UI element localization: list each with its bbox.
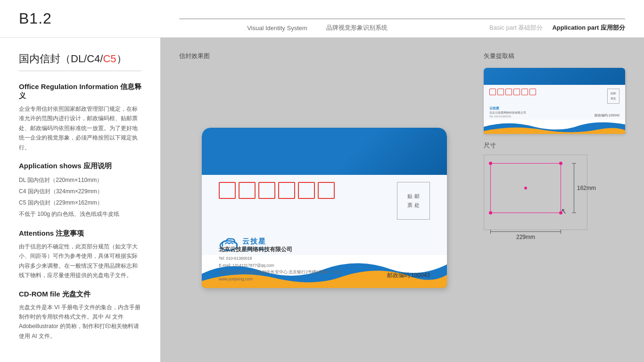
envelope-section: 信封效果图: [179, 52, 470, 348]
header-center-nav: Visual Identity System 品牌视觉形象识别系统: [179, 18, 455, 37]
postal-box-6: [318, 182, 335, 199]
company-details: Tel: 010-61360018 E-mail: 13141317877@qq…: [219, 255, 340, 282]
sp-box-5: [521, 89, 528, 95]
dim-bottom-line-container: 229mm: [490, 231, 561, 240]
nav-vis-cn: 品牌视觉形象识别系统: [326, 24, 388, 32]
envelope-label: 信封效果图: [179, 52, 470, 60]
section2-list: DL 国内信封（220mm×110mm） C4 国内信封（324mm×229mm…: [19, 174, 141, 220]
sp-box-6: [529, 89, 536, 95]
dim-height-label: 162mm: [577, 185, 596, 191]
section2-title: Application shows 应用说明: [19, 162, 141, 171]
company-name: 北京云技星网络科技有限公司: [219, 246, 340, 254]
small-logo-cn: 云技星: [489, 106, 526, 111]
envelope-top-bar: [202, 128, 447, 175]
nav-basic: Basic part 基础部分: [489, 24, 543, 32]
stamp-area: 贴 邮 票 处: [397, 182, 430, 220]
vector-section: 矢量提取稿: [484, 52, 625, 134]
small-company-info: 云技星 北京云技星网络科技有限公司 Tel: 010-61360018: [489, 106, 526, 118]
list-item-dl: DL 国内信封（220mm×110mm）: [19, 174, 141, 186]
dimension-diagram: ↖ 162mm: [484, 155, 606, 249]
subtitle-text: 国内信封（DL/C4/: [19, 53, 103, 65]
dim-arrow-bottom: [572, 213, 576, 213]
section3-title: Attentions 注意事项: [19, 229, 141, 238]
logo-cn: 云技星: [242, 237, 266, 246]
dim-bottom-line: [490, 231, 561, 232]
header-left: B1.2: [19, 10, 179, 27]
section1-title: Office Regulation Information 信息释义: [19, 82, 141, 100]
section1-body: 企业专用信封依照国家邮政管理部门规定，在标准允许的范围内进行设计，邮政编码框、贴…: [19, 104, 141, 152]
dim-bl-right: [561, 230, 561, 234]
content-area: 信封效果图: [179, 52, 625, 348]
nav-application: Application part 应用部分: [552, 24, 625, 32]
stamp-line2: 票 处: [407, 202, 419, 209]
subtitle-end: ）: [116, 53, 127, 65]
left-panel: 国内信封（DL/C4/C5） Office Regulation Informa…: [0, 38, 160, 362]
company-info: 北京云技星网络科技有限公司 Tel: 010-61360018 E-mail: …: [219, 246, 340, 282]
corner-tr: [559, 162, 562, 165]
main: 国内信封（DL/C4/C5） Office Regulation Informa…: [0, 38, 644, 362]
section3-body: 由于信息的不确定性，此页部分规范（如文字大小、间距等）可作为参考使用，具体可根据…: [19, 242, 141, 280]
small-env-top: [484, 68, 625, 85]
postal-code-boxes: [219, 182, 335, 199]
small-stamp: 贴邮 票处: [607, 89, 619, 104]
corner-bl: [489, 211, 492, 214]
postal-box-2: [239, 182, 256, 199]
dim-right-line-container: 162mm: [574, 163, 596, 213]
right-sub: 矢量提取稿: [484, 52, 625, 348]
postal-box-3: [258, 182, 275, 199]
header: B1.2 Visual Identity System 品牌视觉形象识别系统 B…: [0, 0, 644, 38]
small-envelope: 贴邮 票处 云技星 北京云技星网络科技有限公司 Tel: 010-6136001…: [484, 68, 625, 134]
postal-box-4: [278, 182, 295, 199]
envelope-mockup: 贴 邮 票 处: [202, 128, 447, 288]
vector-label: 矢量提取稿: [484, 52, 625, 60]
dim-bl-left: [490, 230, 491, 234]
dim-width-label: 229mm: [516, 234, 535, 240]
sp-box-4: [513, 89, 520, 95]
nav-vis-en: Visual Identity System: [247, 25, 307, 32]
small-postal-boxes: [489, 89, 536, 95]
dim-right-line: [574, 163, 574, 213]
sp-box-2: [497, 89, 504, 95]
center-dot: [524, 187, 527, 189]
small-postal-label: 邮政编码:100043: [594, 113, 619, 118]
tel: Tel: 010-61360018: [219, 256, 252, 261]
header-right-nav: Basic part 基础部分 Application part 应用部分: [455, 18, 625, 37]
dim-arrow-top: [572, 163, 576, 164]
dimensions-section: 尺寸: [484, 141, 625, 249]
section4-body: 光盘文件是本 VI 手册电子文件的集合，内含手册制作时的专用软件格式文件。其中 …: [19, 303, 141, 341]
small-wave-svg: [484, 120, 625, 134]
page-title: B1.2: [19, 10, 52, 27]
list-item-paper: 不低于 100g 的白色纸、浅色纸或牛皮纸: [19, 208, 141, 220]
postal-box-1: [219, 182, 236, 199]
right-panel: 信封效果图: [160, 38, 644, 362]
page-subtitle: 国内信封（DL/C4/C5）: [19, 52, 141, 71]
small-env-body: 贴邮 票处 云技星 北京云技星网络科技有限公司 Tel: 010-6136001…: [484, 85, 625, 120]
sp-box-1: [489, 89, 496, 95]
list-item-c5: C5 国内信封（229mm×162mm）: [19, 197, 141, 208]
small-company-details: Tel: 010-61360018: [489, 115, 526, 118]
addr: Add: 北京市石景山区金融街长安中心·北京银行2号楼5层502、513: [219, 270, 340, 274]
small-company-name: 北京云技星网络科技有限公司: [489, 111, 526, 115]
dim-label: 尺寸: [484, 141, 625, 150]
subtitle-highlight: C5: [103, 53, 116, 65]
postal-box-5: [298, 182, 315, 199]
envelope-container: 贴 邮 票 处: [179, 68, 470, 348]
corner-tl: [489, 162, 492, 165]
website: www.yunjixing.com: [219, 277, 253, 281]
stamp-line1: 贴 邮: [407, 193, 419, 200]
email: E-mail: 13141317877@qq.com: [219, 263, 274, 268]
postal-code-bottom: 邮政编码:100043: [387, 272, 430, 280]
small-env-wave: [484, 120, 625, 134]
sp-box-3: [505, 89, 512, 95]
list-item-c4: C4 国内信封（324mm×229mm）: [19, 186, 141, 197]
section4-title: CD-ROM file 光盘文件: [19, 290, 141, 299]
dim-inner-rect: ↖: [490, 163, 561, 213]
